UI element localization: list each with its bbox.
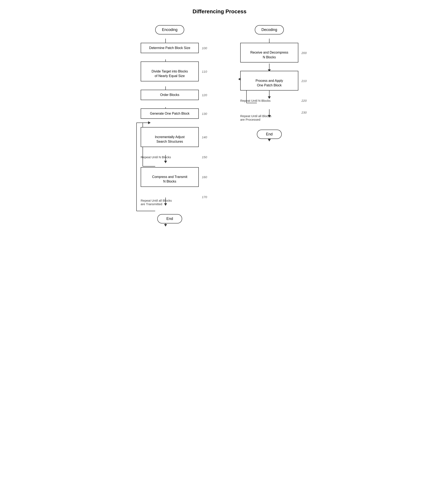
encoding-end-oval: End [157, 214, 182, 223]
step-label-100: 100 [202, 46, 207, 50]
box-200: Receive and Decompress N Blocks [240, 43, 298, 63]
label-150: Repeat Until N Blocks [141, 155, 199, 159]
step-label-150: 150 [202, 155, 207, 159]
diagram-wrapper: Encoding Determine Patch Block Size 100 … [126, 23, 313, 251]
step-row-230: Repeat Until all Blocks are Processed 23… [230, 111, 309, 121]
step-label-230: 230 [302, 111, 307, 114]
step-row-200: Receive and Decompress N Blocks 200 [230, 43, 309, 63]
encoding-column: Encoding Determine Patch Block Size 100 … [130, 23, 209, 223]
box-100: Determine Patch Block Size [141, 43, 199, 53]
step-row-100: Determine Patch Block Size 100 [130, 43, 209, 53]
step-row-140: Incrementally Adjust Search Structures 1… [130, 127, 209, 147]
step-row-160: Compress and Transmit N Blocks 160 [130, 167, 209, 187]
step-row-210: Process and Apply One Patch Block 210 [230, 71, 309, 90]
step-row-170: Repeat Until all Blocks are Transmitted … [130, 195, 209, 206]
box-110: Divide Target into Blocks of Nearly Equa… [141, 62, 199, 81]
step-label-200: 200 [302, 51, 307, 54]
step-row-150: Repeat Until N Blocks 150 [130, 155, 209, 159]
box-140: Incrementally Adjust Search Structures [141, 127, 199, 147]
box-120: Order Blocks [141, 90, 199, 100]
step-label-170: 170 [202, 195, 207, 199]
step-label-220: 220 [302, 99, 307, 102]
step-label-210: 210 [302, 79, 307, 82]
step-row-110: Divide Target into Blocks of Nearly Equa… [130, 62, 209, 81]
box-160: Compress and Transmit N Blocks [141, 167, 199, 187]
step-label-160: 160 [202, 175, 207, 179]
step-row-220: Repeat Until N Blocks 220 [230, 99, 309, 102]
label-170: Repeat Until all Blocks are Transmitted [141, 195, 199, 206]
step-label-140: 140 [202, 135, 207, 139]
label-220: Repeat Until N Blocks [240, 99, 298, 102]
step-label-120: 120 [202, 93, 207, 97]
step-label-110: 110 [202, 70, 207, 73]
label-230: Repeat Until all Blocks are Processed [240, 111, 298, 121]
page-title: Differencing Process [126, 8, 313, 15]
box-210: Process and Apply One Patch Block [240, 71, 298, 90]
box-130: Generate One Patch Block [141, 108, 199, 119]
encoding-start-oval: Encoding [155, 25, 184, 35]
decoding-start-oval: Decoding [255, 25, 284, 35]
decoding-column: Decoding Receive and Decompress N Blocks… [230, 23, 309, 139]
step-label-130: 130 [202, 112, 207, 116]
step-row-130: Generate One Patch Block 130 [130, 108, 209, 119]
decoding-end-oval: End [257, 129, 282, 139]
page: Differencing Process [126, 8, 313, 251]
step-row-120: Order Blocks 120 [130, 90, 209, 100]
